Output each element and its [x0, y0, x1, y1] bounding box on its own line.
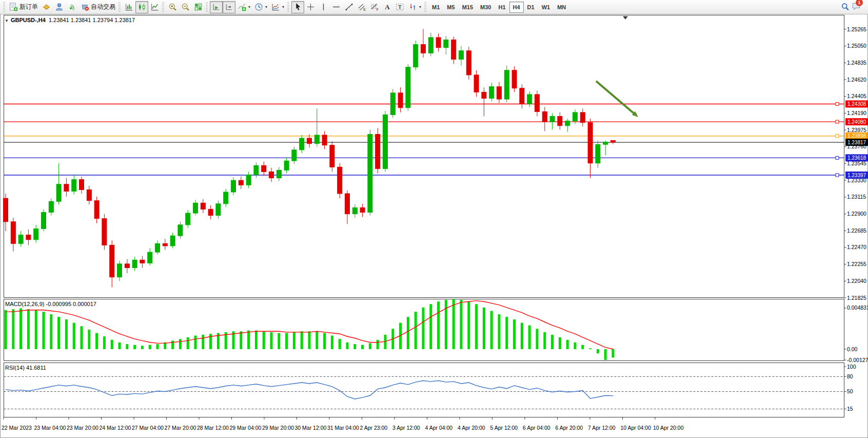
auto-trading-button[interactable]: 自动交易: [78, 1, 117, 13]
price-level-label-text: 1.24308: [847, 101, 866, 107]
toolbar-grip[interactable]: [424, 2, 426, 12]
search-button[interactable]: [839, 1, 852, 13]
macd-histogram-bar: [43, 312, 45, 349]
text-label-button[interactable]: T: [393, 1, 406, 13]
indicators-button[interactable]: ▾: [235, 1, 252, 13]
notifications-button[interactable]: 1: [852, 2, 861, 13]
time-tick-label: 23 Mar 04:00: [34, 425, 66, 431]
fibonacci-button[interactable]: F: [368, 1, 381, 13]
signals-button[interactable]: [66, 1, 78, 13]
candle-body: [345, 194, 350, 214]
candle-body: [284, 161, 289, 170]
line-chart-button[interactable]: [148, 1, 161, 13]
macd-histogram-bar: [429, 304, 432, 349]
rsi-tick-label: 15: [847, 406, 853, 412]
equidistant-channel-button[interactable]: E: [356, 1, 368, 13]
timeframe-MN[interactable]: MN: [554, 2, 569, 13]
candle-body: [436, 37, 441, 48]
tile-windows-icon: [194, 3, 203, 11]
chart-canvas[interactable]: 1.252651.250501.248351.246201.244051.241…: [1, 14, 868, 438]
timeframe-M1[interactable]: M1: [428, 2, 443, 13]
arrows-button[interactable]: ▾: [406, 1, 423, 13]
macd-histogram-bar: [119, 342, 121, 349]
price-tick-label: 1.24835: [847, 60, 866, 66]
toolbar-grip[interactable]: [3, 2, 5, 12]
timeframe-D1[interactable]: D1: [524, 2, 538, 13]
candle-body: [482, 92, 486, 98]
zoom-out-button[interactable]: [179, 1, 192, 13]
collapse-icon: ▼: [5, 18, 9, 23]
bar-chart-button[interactable]: [123, 1, 135, 13]
gold-diamond-icon: [42, 3, 51, 11]
toolbar-grip[interactable]: [162, 2, 164, 12]
candle-body: [550, 117, 555, 122]
macd-histogram-bar: [50, 314, 52, 349]
candlestick-chart-button[interactable]: [135, 1, 148, 13]
macd-histogram-bar: [369, 343, 371, 349]
candle-body: [352, 207, 357, 214]
candle-body: [148, 252, 152, 263]
vertical-line-button[interactable]: [317, 1, 330, 13]
line-end-marker: [836, 135, 839, 138]
toolbar-grip[interactable]: [119, 2, 121, 12]
candle-body: [246, 175, 251, 185]
chart-shift-button[interactable]: [223, 1, 235, 13]
macd-histogram-bar: [126, 344, 128, 349]
new-order-button[interactable]: 新订单: [7, 1, 40, 13]
horizontal-line-button[interactable]: [330, 1, 343, 13]
timeframe-H4[interactable]: H4: [509, 2, 524, 13]
time-tick-label: 3 Apr 12:00: [392, 425, 420, 431]
price-tick-label: 1.22685: [847, 227, 866, 234]
trendline-button[interactable]: [343, 1, 356, 13]
templates-button[interactable]: ▾: [269, 1, 286, 13]
macd-histogram-bar: [285, 333, 288, 349]
timeframe-W1[interactable]: W1: [538, 2, 554, 13]
arrows-stamp-icon: [408, 3, 417, 11]
bar-chart-icon: [125, 3, 133, 11]
main-pane: [4, 15, 844, 298]
candle-body: [459, 51, 464, 60]
ohlc-values: 1.23841 1.23841 1.23794 1.23817: [49, 17, 135, 23]
timeframe-H1[interactable]: H1: [495, 2, 509, 13]
time-tick-label: 10 Apr 04:00: [621, 425, 652, 431]
candle-body: [558, 117, 562, 126]
timeframe-M5[interactable]: M5: [443, 2, 458, 13]
timeframe-M15[interactable]: M15: [459, 2, 477, 13]
tile-windows-button[interactable]: [192, 1, 205, 13]
candle-body: [603, 142, 608, 145]
candle-body: [368, 134, 372, 212]
dropdown-arrow-icon: ▾: [265, 5, 267, 9]
macd-histogram-bar: [407, 317, 409, 349]
profile-button[interactable]: [53, 1, 66, 13]
time-tick-label: 6 Apr 04:00: [523, 425, 550, 431]
crosshair-button[interactable]: [304, 1, 317, 13]
candle-body: [239, 180, 243, 185]
toolbar-grip[interactable]: [287, 2, 289, 12]
time-tick-label: 10 Apr 20:00: [653, 425, 684, 431]
macd-histogram-bar: [194, 336, 197, 349]
templates-icon: [271, 3, 280, 11]
timeframe-M30[interactable]: M30: [477, 2, 495, 13]
zoom-in-button[interactable]: [166, 1, 179, 13]
candle-body: [497, 87, 502, 99]
symbol-period-label: GBPUSD-,H4: [11, 17, 46, 23]
time-tick-label: 5 Apr 12:00: [490, 425, 518, 431]
macd-histogram-bar: [467, 301, 470, 349]
macd-histogram-bar: [566, 340, 569, 349]
cursor-button[interactable]: [291, 1, 304, 13]
webterminal-button[interactable]: [40, 1, 53, 13]
toolbar-grip[interactable]: [206, 2, 208, 12]
crosshair-icon: [306, 3, 315, 11]
rsi-indicator-label: RSI(14) 41.6811: [5, 365, 46, 371]
text-button[interactable]: A: [381, 1, 393, 13]
auto-scroll-icon: [212, 3, 221, 11]
dropdown-arrow-icon: ▾: [419, 5, 421, 9]
chart-window[interactable]: 1.252651.250501.248351.246201.244051.241…: [0, 14, 868, 438]
macd-histogram-bar: [528, 326, 531, 349]
candle-body: [338, 167, 342, 194]
auto-scroll-button[interactable]: [210, 1, 223, 13]
price-tick-label: 1.24620: [847, 77, 866, 83]
price-tick-label: 1.22900: [847, 211, 866, 217]
candle-body: [428, 37, 433, 53]
periods-button[interactable]: ▾: [252, 1, 269, 13]
